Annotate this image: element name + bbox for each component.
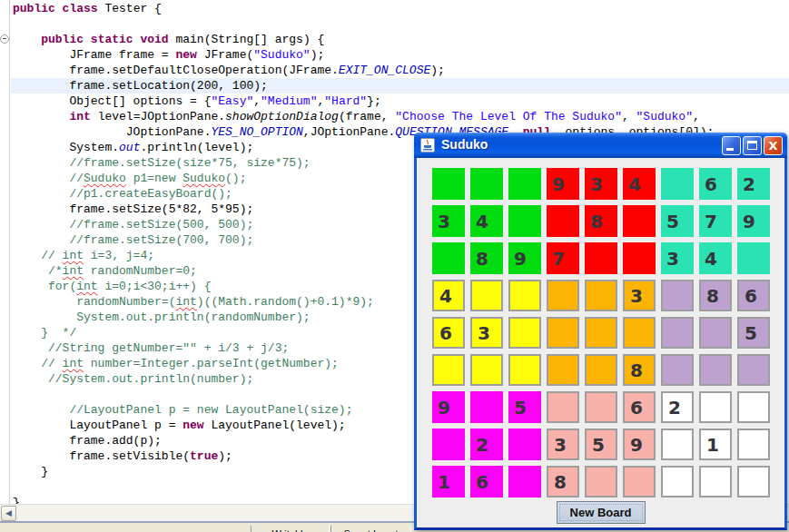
scroll-left-arrow-icon[interactable]: ◀ [1, 506, 16, 521]
sudoku-cell[interactable] [661, 354, 694, 386]
sudoku-cell[interactable] [470, 391, 503, 423]
sudoku-cell[interactable] [432, 242, 465, 274]
sudoku-cell[interactable] [661, 466, 694, 498]
sudoku-cell[interactable] [737, 466, 770, 498]
sudoku-cell[interactable]: 5 [661, 205, 694, 237]
sudoku-cell[interactable]: 9 [508, 242, 541, 274]
sudoku-cell[interactable]: 2 [737, 168, 770, 200]
editor-gutter [0, 0, 10, 504]
sudoku-cell[interactable]: 7 [699, 205, 732, 237]
sudoku-cell[interactable]: 7 [547, 242, 579, 274]
sudoku-cell[interactable] [699, 354, 732, 386]
sudoku-cell[interactable] [508, 205, 541, 237]
sudoku-cell[interactable]: 3 [432, 205, 465, 237]
sudoku-cell[interactable] [585, 242, 617, 274]
sudoku-cell[interactable]: 6 [432, 317, 465, 349]
sudoku-cell[interactable]: 6 [737, 280, 770, 311]
sudoku-cell[interactable]: 8 [623, 354, 656, 386]
sudoku-cell[interactable]: 6 [470, 466, 503, 498]
status-writable: Writable [251, 526, 330, 532]
sudoku-cell[interactable]: 8 [585, 205, 617, 237]
sudoku-cell[interactable] [623, 242, 656, 274]
sudoku-cell[interactable]: 3 [547, 429, 579, 460]
sudoku-cell[interactable] [547, 391, 579, 423]
sudoku-cell[interactable]: 3 [470, 317, 503, 349]
sudoku-cell[interactable]: 2 [470, 429, 503, 460]
code-line: public static void main(String[] args) { [13, 32, 714, 47]
sudoku-cell[interactable]: 4 [470, 205, 503, 237]
sudoku-cell[interactable] [470, 354, 503, 386]
sudoku-cell[interactable] [508, 466, 541, 498]
sudoku-cell[interactable] [432, 429, 465, 460]
sudoku-cell[interactable]: 4 [623, 168, 656, 200]
sudoku-cell[interactable] [470, 280, 503, 311]
minimize-icon [726, 148, 734, 151]
sudoku-cell[interactable]: 1 [432, 466, 465, 498]
sudoku-cell[interactable]: 3 [661, 242, 694, 274]
sudoku-cell[interactable] [737, 354, 770, 386]
sudoku-cell[interactable] [623, 466, 656, 498]
close-icon: X [764, 139, 782, 153]
sudoku-cell[interactable] [623, 205, 656, 237]
sudoku-cell[interactable]: 5 [737, 317, 770, 349]
sudoku-cell[interactable] [661, 429, 694, 460]
sudoku-cell[interactable] [585, 280, 617, 311]
code-line: frame.setLocation(200, 100); [13, 78, 714, 94]
sudoku-cell[interactable]: 4 [432, 280, 465, 311]
sudoku-cell[interactable]: 9 [737, 205, 770, 237]
minimize-button[interactable] [722, 136, 741, 155]
status-smart-insert: Smart Insert [330, 526, 411, 532]
fold-collapse-icon[interactable] [0, 34, 9, 44]
sudoku-cell[interactable]: 8 [470, 242, 503, 274]
sudoku-cell[interactable] [699, 317, 732, 349]
sudoku-cell[interactable]: 8 [699, 280, 732, 311]
screen: public class Tester { public static void… [0, 0, 789, 532]
sudoku-cell[interactable] [699, 391, 732, 423]
sudoku-cell[interactable]: 3 [585, 168, 617, 200]
sudoku-cell[interactable] [508, 354, 541, 386]
sudoku-cell[interactable] [737, 242, 770, 274]
sudoku-cell[interactable]: 6 [623, 391, 656, 423]
sudoku-cell[interactable] [737, 429, 770, 460]
sudoku-cell[interactable] [699, 466, 732, 498]
sudoku-cell[interactable]: 2 [661, 391, 694, 423]
sudoku-cell[interactable]: 8 [547, 466, 579, 498]
code-line: int level=JOptionPane.showOptionDialog(f… [13, 109, 714, 124]
sudoku-cell[interactable] [547, 317, 579, 349]
sudoku-cell[interactable]: 4 [699, 242, 732, 274]
sudoku-cell[interactable] [432, 168, 465, 200]
sudoku-cell[interactable] [432, 354, 465, 386]
maximize-icon [747, 141, 757, 150]
sudoku-cell[interactable] [470, 168, 503, 200]
sudoku-cell[interactable] [508, 280, 541, 311]
sudoku-cell[interactable]: 1 [699, 429, 732, 460]
close-button[interactable]: X [764, 136, 783, 155]
sudoku-cell[interactable] [661, 280, 694, 311]
sudoku-cell[interactable]: 9 [432, 391, 465, 423]
sudoku-cell[interactable] [623, 317, 656, 349]
maximize-button[interactable] [743, 136, 762, 155]
sudoku-cell[interactable] [661, 317, 694, 349]
sudoku-cell[interactable] [585, 466, 617, 498]
sudoku-cell[interactable]: 3 [623, 280, 656, 311]
sudoku-cell[interactable]: 6 [699, 168, 732, 200]
sudoku-cell[interactable] [585, 354, 617, 386]
sudoku-cell[interactable] [508, 429, 541, 460]
sudoku-cell[interactable]: 9 [547, 168, 579, 200]
sudoku-cell[interactable] [547, 205, 579, 237]
sudoku-cell[interactable] [585, 391, 617, 423]
sudoku-cell[interactable]: 9 [623, 429, 656, 460]
new-board-button[interactable]: New Board [557, 501, 646, 524]
sudoku-cell[interactable] [661, 168, 694, 200]
code-line [13, 16, 714, 32]
sudoku-cell[interactable] [508, 317, 541, 349]
sudoku-cell[interactable] [585, 317, 617, 349]
sudoku-cell[interactable] [508, 168, 541, 200]
sudoku-cell[interactable] [547, 280, 579, 311]
sudoku-board: 934623485798973443866358956223591168 [432, 168, 784, 498]
sudoku-cell[interactable] [547, 354, 579, 386]
window-titlebar[interactable]: Suduko X [414, 133, 787, 158]
sudoku-cell[interactable]: 5 [585, 429, 617, 460]
sudoku-cell[interactable]: 5 [508, 391, 541, 423]
sudoku-cell[interactable] [737, 391, 770, 423]
